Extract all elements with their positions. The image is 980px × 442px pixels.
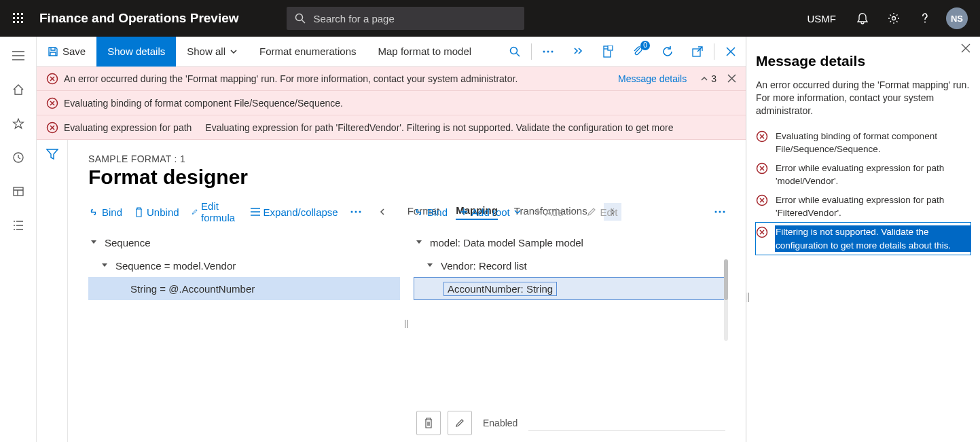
toolbar-options-icon[interactable] (563, 37, 593, 67)
error-icon (756, 162, 768, 174)
help-button[interactable] (909, 0, 941, 37)
add-root-button[interactable]: Add root (460, 206, 522, 218)
svg-point-16 (543, 50, 545, 52)
nav-recent-icon[interactable] (7, 147, 29, 168)
toolbar-popout-icon[interactable] (683, 37, 712, 67)
edit-icon (587, 207, 596, 217)
settings-button[interactable] (878, 0, 909, 37)
topbar: Finance and Operations Preview Search fo… (0, 0, 980, 37)
panel-error-item[interactable]: Error while evaluating expression for pa… (756, 191, 970, 223)
svg-point-10 (295, 14, 302, 21)
svg-point-12 (924, 22, 926, 23)
toolbar-search-icon[interactable] (500, 37, 530, 67)
expand-collapse-button[interactable]: Expand/collapse (251, 206, 338, 218)
nav-home-icon[interactable] (7, 79, 29, 100)
toolbar-overflow-icon[interactable] (533, 37, 563, 67)
tree-node-focused[interactable]: AccountNumber: String (414, 277, 725, 300)
toolbar-separator (531, 43, 532, 60)
trash-icon (134, 207, 143, 217)
svg-rect-6 (21, 17, 23, 19)
caret-down-icon[interactable] (416, 240, 426, 244)
error-close-icon[interactable] (727, 74, 736, 83)
chevron-down-icon (566, 208, 575, 216)
error-message-detail: Evaluating expression for path 'Filtered… (205, 122, 673, 133)
delete-button[interactable] (416, 411, 441, 435)
svg-point-15 (511, 47, 518, 54)
error-icon (756, 226, 768, 238)
enabled-label: Enabled (483, 418, 518, 428)
search-box[interactable]: Search for a page (287, 7, 524, 30)
nav-favorites-icon[interactable] (7, 113, 29, 134)
caret-down-icon[interactable] (102, 263, 111, 268)
panel-description: An error occurred during the 'Format map… (756, 79, 970, 117)
add-button: Add (534, 206, 575, 218)
show-all-button[interactable]: Show all (176, 37, 249, 67)
tree-node[interactable]: Vendor: Record list (414, 254, 725, 277)
tree-node[interactable]: Sequence = model.Vendor (88, 254, 400, 277)
nav-expand-icon[interactable] (7, 45, 29, 67)
app-launcher-icon[interactable] (7, 13, 30, 24)
format-tree: Sequence Sequence = model.Vendor String … (88, 231, 400, 300)
error-icon (756, 130, 768, 143)
filter-column (37, 140, 68, 442)
toolbar-refresh-icon[interactable] (653, 37, 683, 67)
scrollbar[interactable] (724, 259, 728, 341)
caret-down-icon[interactable] (91, 240, 101, 244)
svg-point-28 (723, 211, 725, 213)
bind-button[interactable]: Bind (88, 206, 122, 218)
company-picker[interactable]: USMF (801, 13, 843, 24)
pane-overflow-icon[interactable] (714, 210, 725, 213)
svg-rect-8 (17, 21, 19, 23)
svg-point-25 (359, 211, 361, 213)
bind-button[interactable]: Bind (414, 206, 448, 218)
edit-detail-button[interactable] (448, 411, 472, 435)
toolbar-page-icon[interactable] (593, 37, 623, 67)
message-details-link[interactable]: Message details (618, 73, 687, 84)
nav-workspaces-icon[interactable] (7, 181, 29, 202)
tree-node-selected[interactable]: String = @.AccountNumber (88, 277, 400, 300)
pane-overflow-icon[interactable] (350, 210, 361, 213)
save-label: Save (62, 45, 86, 57)
svg-rect-1 (13, 13, 15, 15)
panel-error-item-selected[interactable]: Filtering is not supported. Validate the… (756, 223, 970, 255)
tree-node[interactable]: model: Data model Sample model (414, 231, 725, 254)
tree-node[interactable]: Sequence (88, 231, 400, 254)
filter-icon[interactable] (46, 148, 58, 442)
panel-close-icon[interactable] (961, 43, 970, 53)
edit-icon (192, 207, 198, 217)
edit-button: Edit (587, 206, 617, 218)
attach-badge: 0 (640, 41, 650, 50)
user-avatar[interactable]: NS (946, 7, 968, 29)
save-icon (48, 46, 58, 57)
chevron-up-icon (700, 75, 708, 83)
tab-prev-icon[interactable] (374, 203, 391, 221)
notifications-button[interactable] (847, 0, 878, 37)
search-placeholder: Search for a page (314, 13, 395, 24)
error-bar-2: Evaluating binding of format component F… (37, 91, 746, 115)
format-enumerations-button[interactable]: Format enumerations (249, 37, 367, 67)
chevron-down-icon (513, 208, 522, 216)
toolbar-close-icon[interactable] (716, 37, 746, 67)
nav-modules-icon[interactable] (7, 215, 29, 236)
save-button[interactable]: Save (37, 37, 96, 67)
toolbar-attach-icon[interactable]: 0 (623, 37, 653, 67)
link-icon (88, 208, 98, 217)
caret-down-icon[interactable] (427, 263, 437, 268)
edit-formula-button[interactable]: Edit formula (192, 200, 238, 223)
panel-error-item[interactable]: Error while evaluating expression for pa… (756, 159, 970, 191)
message-details-panel: Message details An error occurred during… (746, 37, 980, 442)
enabled-field[interactable] (528, 415, 725, 431)
chevron-down-icon (230, 48, 238, 56)
map-format-to-model-button[interactable]: Map format to model (367, 37, 483, 67)
mapping-tree: model: Data model Sample model Vendor: R… (414, 231, 725, 300)
error-count[interactable]: 3 (700, 73, 716, 84)
breadcrumb: SAMPLE FORMAT : 1 (88, 153, 725, 164)
designer-content: || SAMPLE FORMAT : 1 Format designer Bin… (68, 140, 746, 442)
panel-error-item[interactable]: Evaluating binding of format component F… (756, 127, 970, 159)
svg-rect-7 (13, 21, 15, 23)
show-details-button[interactable]: Show details (96, 37, 176, 67)
unbind-button[interactable]: Unbind (134, 206, 179, 218)
splitter-handle-icon[interactable]: || (404, 318, 409, 328)
svg-rect-4 (13, 17, 15, 19)
mapping-pane: || Bind Add root Add Edit model: Data mo… (414, 200, 725, 435)
